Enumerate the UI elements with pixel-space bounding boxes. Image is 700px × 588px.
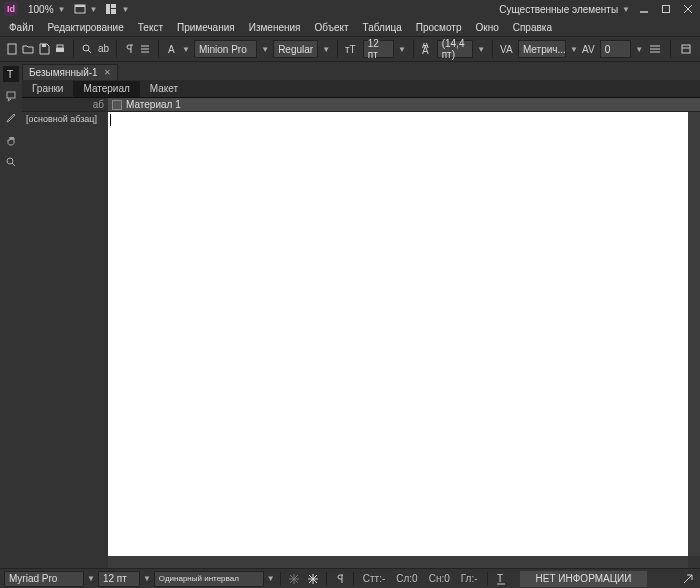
close-icon[interactable]: ✕ [104, 68, 111, 77]
titlebar: Id 100% ▼ ▼ ▼ Существенные элементы ▼ [0, 0, 700, 18]
vertical-scrollbar[interactable] [688, 112, 700, 556]
svg-rect-10 [42, 44, 46, 47]
story-header[interactable]: Материал 1 [108, 98, 700, 112]
chevron-down-icon[interactable]: ▼ [477, 45, 485, 54]
svg-text:AV: AV [582, 44, 595, 55]
font-size-icon: тТ [345, 41, 359, 57]
svg-text:ab: ab [98, 43, 109, 54]
new-doc-icon[interactable] [6, 41, 18, 57]
svg-text:тТ: тТ [345, 44, 356, 55]
story-editor[interactable] [108, 112, 688, 556]
svg-rect-1 [75, 5, 85, 7]
leading-field[interactable]: (14,4 пт) [437, 40, 474, 58]
chevron-down-icon[interactable]: ▼ [622, 5, 630, 14]
spell-icon[interactable]: ab [97, 41, 109, 57]
menu-text[interactable]: Текст [133, 20, 168, 35]
work-area: аб [основной абзац] Материал 1 [0, 98, 700, 568]
horizontal-scrollbar[interactable] [108, 556, 688, 568]
svg-rect-4 [111, 9, 116, 14]
zoom-level[interactable]: 100% [28, 4, 54, 15]
status-col: Сл:0 [392, 573, 421, 584]
expand-icon[interactable] [680, 571, 696, 587]
view-subtabs: Гранки Материал Макет [0, 80, 700, 98]
chevron-down-icon[interactable]: ▼ [261, 45, 269, 54]
close-button[interactable] [680, 3, 696, 15]
canvas-container: Материал 1 [108, 98, 700, 568]
view-options-icon[interactable] [74, 3, 86, 15]
menu-file[interactable]: Файл [4, 20, 39, 35]
svg-text:T: T [7, 69, 13, 80]
chevron-down-icon[interactable]: ▼ [143, 574, 151, 583]
chevron-down-icon[interactable]: ▼ [58, 5, 66, 14]
menu-window[interactable]: Окно [470, 20, 503, 35]
char-style-icon[interactable]: A [166, 41, 178, 57]
menu-help[interactable]: Справка [508, 20, 557, 35]
document-tab[interactable]: Безымянный-1 ✕ [22, 64, 118, 80]
chevron-down-icon[interactable]: ▼ [570, 45, 578, 54]
chevron-down-icon[interactable]: ▼ [322, 45, 330, 54]
status-font-field[interactable]: Myriad Pro [4, 571, 84, 587]
text-cursor [110, 114, 111, 126]
svg-rect-11 [56, 48, 64, 52]
hidden-chars-icon[interactable] [332, 571, 348, 587]
antialiasing-dim-icon[interactable] [286, 571, 302, 587]
panel-menu-icon[interactable] [678, 41, 694, 57]
svg-text:T: T [497, 573, 503, 584]
antialiasing-icon[interactable] [305, 571, 321, 587]
status-line: Сн:0 [425, 573, 454, 584]
paragraph-style-panel: аб [основной абзац] [22, 98, 108, 568]
chevron-down-icon[interactable]: ▼ [90, 5, 98, 14]
subtab-story[interactable]: Материал [73, 81, 139, 97]
type-tool[interactable]: T [3, 66, 19, 82]
document-tab-label: Безымянный-1 [29, 67, 98, 78]
svg-text:A: A [168, 44, 175, 55]
menu-view[interactable]: Просмотр [411, 20, 467, 35]
tracking-field[interactable]: 0 [600, 40, 631, 58]
menu-notes[interactable]: Примечания [172, 20, 240, 35]
align-rows-icon[interactable] [647, 41, 663, 57]
chevron-down-icon[interactable]: ▼ [635, 45, 643, 54]
style-item[interactable]: [основной абзац] [22, 112, 108, 126]
story-header-label: Материал 1 [126, 99, 181, 110]
svg-text:VA: VA [500, 44, 513, 55]
menu-table[interactable]: Таблица [358, 20, 407, 35]
menubar: Файл Редактирование Текст Примечания Изм… [0, 18, 700, 36]
chevron-down-icon[interactable]: ▼ [182, 45, 190, 54]
open-icon[interactable] [22, 41, 34, 57]
chevron-down-icon[interactable]: ▼ [87, 574, 95, 583]
maximize-button[interactable] [658, 3, 674, 15]
status-bar: Myriad Pro ▼ 12 пт ▼ Одинарный интервал … [0, 568, 700, 588]
workspace-switcher[interactable]: Существенные элементы [499, 4, 618, 15]
story-checkbox[interactable] [112, 100, 122, 110]
panel-header-hint: аб [93, 99, 104, 110]
minimize-button[interactable] [636, 3, 652, 15]
subtab-layout[interactable]: Макет [140, 81, 188, 97]
font-family-field[interactable]: Minion Pro [194, 40, 257, 58]
svg-rect-6 [663, 6, 670, 13]
paragraph-icon[interactable] [123, 41, 135, 57]
arrange-icon[interactable] [105, 3, 117, 15]
chevron-down-icon[interactable]: ▼ [267, 574, 275, 583]
chevron-down-icon[interactable]: ▼ [398, 45, 406, 54]
text-stats-icon[interactable]: T [493, 571, 509, 587]
save-icon[interactable] [38, 41, 50, 57]
status-leading-field[interactable]: Одинарный интервал [154, 571, 264, 587]
svg-rect-12 [57, 45, 63, 48]
subtab-galley[interactable]: Гранки [22, 81, 73, 97]
print-icon[interactable] [54, 41, 66, 57]
paragraph-menu-icon[interactable] [139, 41, 151, 57]
menu-object[interactable]: Объект [310, 20, 354, 35]
menu-edit[interactable]: Редактирование [43, 20, 129, 35]
tracking-icon: AV [582, 41, 596, 57]
status-size-field[interactable]: 12 пт [98, 571, 140, 587]
search-icon[interactable] [81, 41, 93, 57]
document-tabstrip: Безымянный-1 ✕ [0, 62, 700, 80]
font-style-field[interactable]: Regular [273, 40, 318, 58]
svg-rect-28 [682, 45, 690, 53]
control-bar: ab A ▼ Minion Pro ▼ Regular ▼ тТ 12 пт ▼… [0, 36, 700, 62]
svg-rect-9 [8, 44, 16, 54]
chevron-down-icon[interactable]: ▼ [121, 5, 129, 14]
menu-changes[interactable]: Изменения [244, 20, 306, 35]
font-size-field[interactable]: 12 пт [363, 40, 394, 58]
kerning-field[interactable]: Метрич... [518, 40, 566, 58]
